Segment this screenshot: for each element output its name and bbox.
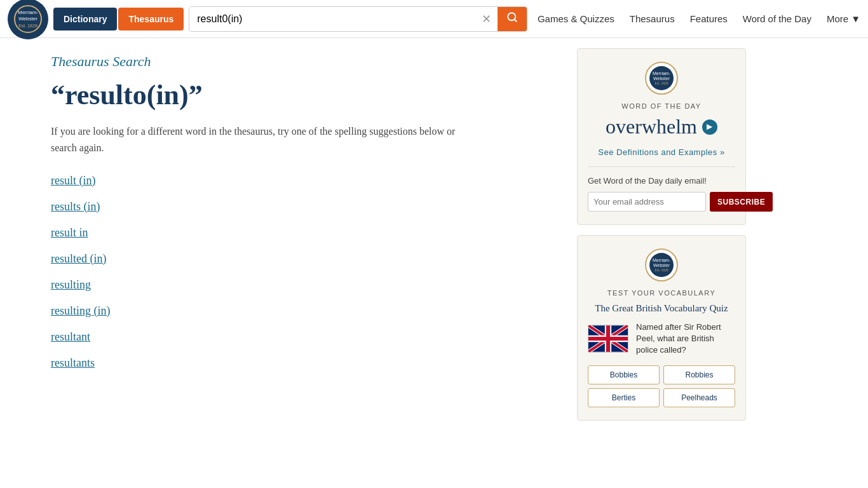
- logo-est: Est. 1828: [18, 24, 37, 28]
- logo-text: Merriam-: [18, 10, 38, 16]
- suggestion-link[interactable]: resultant: [51, 330, 90, 343]
- thesaurus-search-label: Thesaurus Search: [51, 53, 546, 70]
- suggestion-link[interactable]: resulted (in): [51, 252, 106, 265]
- search-word-heading: “resulto(in)”: [51, 80, 546, 111]
- wotd-card: Merriam- Webster Est. 1828 WORD OF THE D…: [577, 48, 746, 225]
- list-item: resulted (in): [51, 252, 546, 266]
- body-layout: Thesaurus Search “resulto(in)” If you ar…: [0, 38, 868, 441]
- nav-features[interactable]: Features: [690, 13, 728, 24]
- email-input[interactable]: [588, 192, 706, 212]
- suggestion-list: result (in)results (in)result inresulted…: [51, 174, 546, 370]
- suggestion-link[interactable]: resulting (in): [51, 304, 110, 317]
- suggestion-link[interactable]: results (in): [51, 200, 100, 213]
- logo-text2: Webster: [18, 16, 37, 22]
- dictionary-button[interactable]: Dictionary: [53, 8, 117, 30]
- list-item: resulting: [51, 278, 546, 292]
- suggestion-link[interactable]: result in: [51, 226, 88, 239]
- quiz-question-text: Named after Sir Robert Peel, what are Br…: [636, 322, 735, 356]
- vocab-card: Merriam- Webster Est. 1828 TEST YOUR VOC…: [577, 235, 746, 421]
- quiz-option-button[interactable]: Peelheads: [663, 388, 735, 407]
- suggestion-link[interactable]: resulting: [51, 278, 91, 291]
- quiz-flag-image: [588, 325, 628, 353]
- list-item: result (in): [51, 174, 546, 187]
- list-item: resultants: [51, 356, 546, 370]
- audio-icon[interactable]: ▶: [702, 119, 717, 135]
- wotd-section-label: WORD OF THE DAY: [588, 102, 735, 110]
- nav-thesaurus[interactable]: Thesaurus: [630, 13, 675, 24]
- search-submit-button[interactable]: [498, 7, 527, 31]
- list-item: resulting (in): [51, 304, 546, 318]
- vocab-logo-text1: Merriam-: [653, 258, 670, 263]
- nav-games[interactable]: Games & Quizzes: [538, 13, 614, 24]
- svg-line-1: [514, 19, 516, 21]
- not-found-text: If you are looking for a different word …: [51, 123, 470, 156]
- email-row: SUBSCRIBE: [588, 192, 735, 212]
- vocab-logo-est: Est. 1828: [655, 268, 668, 272]
- search-input[interactable]: [189, 7, 475, 31]
- quiz-options: BobbiesRobbiesBertiesPeelheads: [588, 365, 735, 407]
- thesaurus-button[interactable]: Thesaurus: [118, 8, 184, 30]
- mw-logo[interactable]: Merriam- Webster Est. 1828: [8, 0, 48, 39]
- header: Merriam- Webster Est. 1828 Dictionary Th…: [0, 0, 868, 38]
- quiz-option-button[interactable]: Bobbies: [588, 365, 660, 384]
- quiz-option-button[interactable]: Berties: [588, 388, 660, 407]
- more-button[interactable]: More ▼: [827, 13, 860, 24]
- vocab-logo-text2: Webster: [653, 263, 670, 268]
- vocab-title: The Great British Vocabulary Quiz: [588, 303, 735, 314]
- main-content: Thesaurus Search “resulto(in)” If you ar…: [0, 38, 572, 441]
- suggestion-link[interactable]: resultants: [51, 356, 95, 369]
- chevron-down-icon: ▼: [851, 13, 860, 24]
- wotd-divider: [588, 166, 735, 167]
- wotd-logo-text1: Merriam-: [653, 71, 670, 76]
- email-label: Get Word of the Day daily email!: [588, 176, 735, 186]
- wotd-link[interactable]: See Definitions and Examples »: [598, 147, 724, 157]
- sidebar: Merriam- Webster Est. 1828 WORD OF THE D…: [572, 38, 756, 441]
- wotd-logo: Merriam- Webster Est. 1828: [645, 62, 678, 95]
- main-nav: Games & Quizzes Thesaurus Features Word …: [538, 13, 860, 24]
- subscribe-button[interactable]: SUBSCRIBE: [710, 192, 773, 212]
- search-bar: ✕: [189, 6, 527, 32]
- list-item: results (in): [51, 200, 546, 214]
- quiz-question-row: Named after Sir Robert Peel, what are Br…: [588, 322, 735, 356]
- wotd-logo-text2: Webster: [653, 76, 670, 81]
- vocab-section-label: TEST YOUR VOCABULARY: [588, 289, 735, 297]
- vocab-logo: Merriam- Webster Est. 1828: [645, 248, 678, 281]
- list-item: resultant: [51, 330, 546, 344]
- more-label: More: [827, 13, 848, 24]
- wotd-word-text: overwhelm: [606, 115, 697, 139]
- suggestion-link[interactable]: result (in): [51, 174, 95, 187]
- search-clear-button[interactable]: ✕: [475, 7, 498, 31]
- list-item: result in: [51, 226, 546, 240]
- nav-word-of-the-day[interactable]: Word of the Day: [743, 13, 811, 24]
- wotd-word-container: overwhelm ▶: [588, 115, 735, 139]
- wotd-logo-est: Est. 1828: [655, 81, 668, 85]
- quiz-option-button[interactable]: Robbies: [663, 365, 735, 384]
